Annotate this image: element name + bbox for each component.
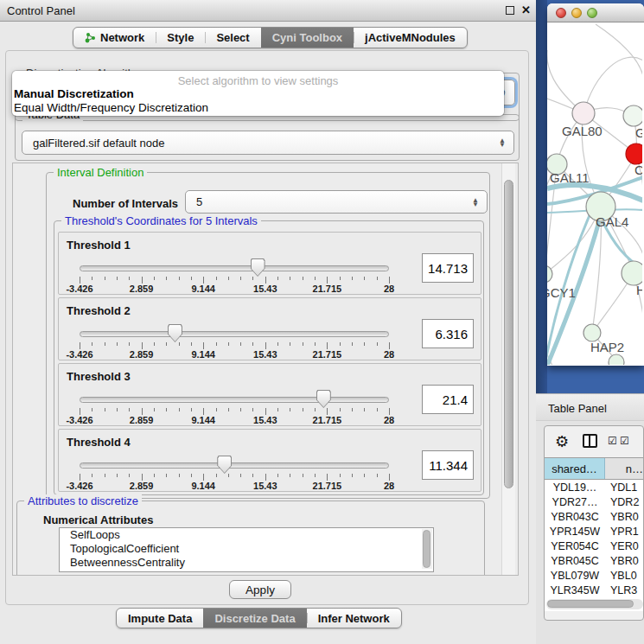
slider-tick-labels: -3.426 2.859 9.144 15.43 21.715 28 [80, 349, 389, 360]
tick-label: 2.859 [130, 415, 154, 425]
table-panel-title: Table Panel [548, 402, 607, 415]
tab-style[interactable]: Style [156, 28, 205, 48]
tick-label: 2.859 [130, 349, 154, 360]
threshold-block: Threshold 1 -3.426 2.859 9.144 15.43 21.… [58, 232, 481, 295]
column-header-shared-name[interactable]: shared… [545, 458, 605, 479]
tab-label: Network [100, 31, 144, 44]
network-node[interactable] [572, 102, 595, 124]
slider-track[interactable] [80, 265, 389, 271]
tab-jactivemnodules[interactable]: jActiveMNodules [354, 28, 467, 48]
tick-label: -3.426 [66, 415, 92, 425]
zoom-traffic-light[interactable] [587, 8, 597, 18]
threshold-value-input[interactable]: 14.713 [422, 253, 474, 283]
list-item[interactable]: SelfLoops [60, 528, 433, 542]
slider-ticks [80, 408, 389, 415]
popup-option-equal-width[interactable]: Equal Width/Frequency Discretization [12, 101, 504, 115]
threshold-value-input[interactable]: 21.4 [422, 385, 474, 414]
slider-thumb[interactable] [168, 324, 182, 342]
slider-tick-labels: -3.426 2.859 9.144 15.43 21.715 28 [80, 415, 389, 425]
network-canvas[interactable]: GAL80 GA GAL11 C GAL4 GCY1 H HAP2 [547, 22, 642, 365]
tab-network[interactable]: Network [73, 28, 156, 48]
node-label: HAP2 [590, 340, 624, 354]
group-title: Interval Definition [54, 166, 147, 179]
threshold-label: Threshold 4 [67, 436, 131, 449]
tab-infer-network[interactable]: Infer Network [307, 609, 401, 628]
tab-cyni-toolbox[interactable]: Cyni Toolbox [261, 28, 354, 48]
table-row[interactable]: YPR145W YPR1 [545, 524, 644, 539]
table-cell: YDL1 [605, 480, 644, 494]
column-header-name[interactable]: n… [605, 458, 644, 479]
threshold-value-input[interactable]: 11.344 [422, 450, 474, 480]
network-node[interactable] [583, 324, 601, 341]
table-cell: YBR045C [545, 553, 605, 568]
bottom-tab-bar: Impute Data Discretize Data Infer Networ… [116, 608, 402, 628]
slider-ticks [80, 342, 389, 349]
combobox-value: 5 [196, 195, 202, 208]
table-row[interactable]: YBR043C YBR0 [545, 509, 644, 524]
table-data-combobox[interactable]: galFiltered.sif default node ▲▼ [22, 131, 514, 155]
tick-label: 21.715 [313, 349, 342, 360]
table-row[interactable]: YDL19… YDL1 [545, 480, 644, 494]
tick-label: 15.43 [253, 349, 277, 360]
slider-thumb[interactable] [316, 390, 331, 408]
table-horizontal-scrollbar[interactable] [546, 599, 643, 609]
table-panel-area: ⚙ ☑ ☑ shared… n… YDL19… YDL1 YDR27… YDR2… [536, 421, 644, 644]
attributes-group: Attributes to discretize Numerical Attri… [16, 501, 485, 576]
list-item[interactable]: TopologicalCoefficient [60, 542, 433, 556]
threshold-block: Threshold 4 -3.426 2.859 9.144 15.43 21.… [58, 429, 481, 492]
panel-title: Control Panel [7, 4, 75, 17]
table-row[interactable]: YER054C YER0 [545, 539, 644, 553]
close-traffic-light[interactable] [556, 8, 566, 18]
interval-definition-group: Interval Definition Number of Intervals … [46, 172, 490, 499]
table-row[interactable]: YLR345W YLR3 [545, 583, 644, 597]
tick-label: 28 [384, 481, 394, 491]
slider-track[interactable] [80, 397, 389, 403]
list-scrollbar[interactable] [422, 529, 432, 569]
threshold-value-input[interactable]: 6.316 [422, 319, 474, 348]
node-label: GAL11 [550, 170, 590, 185]
gear-icon[interactable]: ⚙ [555, 432, 569, 451]
numerical-attributes-label: Numerical Attributes [43, 513, 153, 526]
close-icon[interactable]: ✕ [521, 3, 531, 16]
checkbox-icon[interactable]: ☑ [620, 435, 629, 447]
slider-thumb[interactable] [217, 456, 232, 474]
algorithm-dropdown-popup: Select algorithm to view settings Manual… [12, 71, 504, 116]
slider-ticks [80, 474, 389, 481]
minimize-traffic-light[interactable] [571, 8, 582, 18]
settings-scrollbar[interactable] [501, 163, 515, 575]
list-item[interactable]: BetweennessCentrality [60, 556, 433, 570]
combobox-value: galFiltered.sif default node [33, 137, 164, 150]
tab-discretize-data[interactable]: Discretize Data [203, 609, 306, 628]
table-row[interactable]: YBL079W YBL0 [545, 568, 644, 583]
network-node[interactable] [622, 261, 642, 285]
slider-thumb[interactable] [251, 258, 265, 277]
apply-button[interactable]: Apply [229, 580, 291, 599]
split-columns-icon[interactable] [583, 434, 597, 448]
num-intervals-combobox[interactable]: 5 ▲▼ [185, 190, 488, 214]
popup-option-manual-discretization[interactable]: Manual Discretization [12, 87, 504, 101]
tab-select[interactable]: Select [205, 28, 260, 48]
table-panel-header: Table Panel [536, 393, 644, 421]
node-table: shared… n… YDL19… YDL1 YDR27… YDR2 YBR04… [545, 457, 644, 611]
num-intervals-label: Number of Intervals [73, 197, 178, 210]
table-cell: YBR0 [605, 553, 644, 568]
network-window-titlebar [547, 3, 644, 22]
float-window-icon[interactable] [506, 6, 514, 15]
network-graph: GAL80 GA GAL11 C GAL4 GCY1 H HAP2 [547, 22, 642, 365]
tick-label: -3.426 [66, 481, 92, 491]
tab-impute-data[interactable]: Impute Data [117, 609, 203, 628]
slider-track[interactable] [80, 462, 389, 469]
network-node[interactable] [623, 105, 642, 126]
slider-track[interactable] [80, 331, 389, 337]
tick-label: 21.715 [313, 481, 342, 491]
slider-tick-labels: -3.426 2.859 9.144 15.43 21.715 28 [80, 481, 389, 491]
table-cell: YLR3 [605, 583, 644, 597]
tick-label: 9.144 [191, 284, 215, 294]
network-node[interactable] [609, 354, 624, 365]
network-node-selected[interactable] [626, 143, 642, 164]
table-row[interactable]: YDR27… YDR2 [545, 494, 644, 509]
checkbox-icon[interactable]: ☑ [608, 435, 617, 447]
table-row[interactable]: YBR045C YBR0 [545, 553, 644, 568]
group-title: Attributes to discretize [24, 494, 142, 507]
tab-label: jActiveMNodules [365, 31, 456, 44]
